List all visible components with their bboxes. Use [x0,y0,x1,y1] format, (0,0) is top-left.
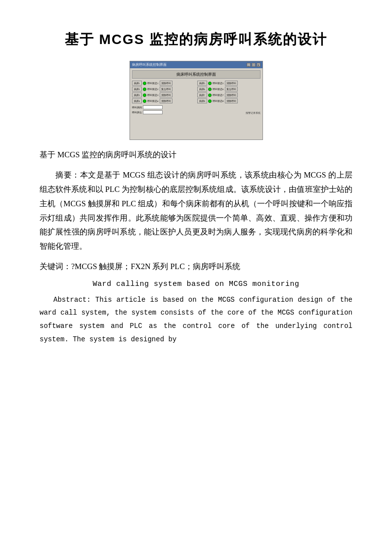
ss-input-row-1: 呼叫房间 [132,105,163,109]
ss-input-box-1 [143,105,163,109]
ss-bottom-right: 报警记录系统 [246,111,261,114]
minimize-btn: _ [247,63,251,67]
english-title: Ward calling system based on MCGS monito… [40,280,352,288]
keywords-label: 关键词： [40,262,71,271]
ss-led-2 [143,88,146,91]
ss-input-row-2: 呼叫床位 [132,110,163,114]
ss-led-1 [143,82,146,85]
ss-led-5 [208,82,212,85]
ss-label-1: 呼叫状态1 [147,82,159,85]
ss-led-4 [143,99,146,103]
ss-led-8 [208,99,212,103]
ss-led-7 [208,93,212,97]
ss-row-4: 病床4 呼叫状态4 清除呼叫 [132,98,195,103]
ss-right-btn-8: 清除呼叫 [225,98,238,103]
screenshot-bottom: 呼叫房间 呼叫床位 报警记录系统 [132,105,261,114]
ss-btn-8: 病床8 [197,98,208,103]
ss-led-3 [143,93,146,97]
ss-right-btn-6: 复位呼叫 [225,87,238,92]
page-title: 基于 MCGS 监控的病房呼叫系统的设计 [40,30,352,49]
ss-bottom-left: 呼叫房间 呼叫床位 [132,105,163,114]
ss-row-8: 病床8 呼叫状态8 清除呼叫 [197,98,261,103]
abstract-label: 摘要： [55,171,80,179]
screenshot-image: 病房呼叫系统控制界面 _ □ ✕ 病床呼叫系统控制界面 病床1 呼叫状态1 清除… [130,61,263,140]
ss-btn-6: 病床6 [197,87,208,92]
ss-right-btn-3: 清除呼叫 [160,92,173,97]
article-subtitle: 基于 MCGS 监控的病房呼叫系统的设计 [40,150,352,160]
screenshot-header-bar: 病床呼叫系统控制界面 [132,70,261,79]
ss-btn-5: 病床5 [197,81,208,86]
english-abstract-paragraph: Abstract: This article is based on the M… [40,293,352,346]
ss-btn-2: 病床2 [132,87,142,92]
abstract-paragraph: 摘要：本文是基于 MCGS 组态设计的病房呼叫系统，该系统由核心为 MCGS 的… [40,168,352,254]
ss-btn-7: 病床7 [197,92,208,97]
ss-label-7: 呼叫状态7 [213,93,224,96]
ss-btn-4: 病床4 [132,98,142,103]
close-btn: ✕ [257,63,261,67]
maximize-btn: □ [252,63,256,67]
ss-label-4: 呼叫状态4 [147,99,159,102]
english-abstract-label: Abstract: [53,296,91,304]
keywords-text: ?MCGS 触摸屏；FX2N 系列 PLC；病房呼叫系统 [71,262,240,271]
screenshot-container: 病房呼叫系统控制界面 _ □ ✕ 病床呼叫系统控制界面 病床1 呼叫状态1 清除… [40,61,352,140]
screenshot-titlebar-text: 病房呼叫系统控制界面 [132,62,167,67]
abstract-text: 本文是基于 MCGS 组态设计的病房呼叫系统，该系统由核心为 MCGS 的上层组… [40,171,352,250]
ss-label-5: 呼叫状态5 [213,82,224,85]
titlebar-controls: _ □ ✕ [247,63,261,67]
ss-row-6: 病床6 呼叫状态6 复位呼叫 [197,87,261,92]
ss-row-3: 病床3 呼叫状态3 清除呼叫 [132,92,195,97]
ss-btn-3: 病床3 [132,92,142,97]
ss-right-btn-1: 清除呼叫 [160,81,173,86]
ss-label-6: 呼叫状态6 [213,88,224,91]
ss-btn-1: 病床1 [132,81,142,86]
ss-row-5: 病床5 呼叫状态5 清除呼叫 [197,81,261,86]
ss-label-3: 呼叫状态3 [147,93,159,96]
ss-row-2: 病床2 呼叫状态2 复位呼叫 [132,87,195,92]
ss-label-2: 呼叫状态2 [147,88,159,91]
ss-input-label-1: 呼叫房间 [132,106,142,109]
ss-right-btn-2: 复位呼叫 [160,87,173,92]
ss-right-btn-4: 清除呼叫 [160,98,173,103]
ss-right-btn-7: 清除呼叫 [225,92,238,97]
ss-input-box-2 [143,110,163,114]
keywords-paragraph: 关键词：?MCGS 触摸屏；FX2N 系列 PLC；病房呼叫系统 [40,260,352,274]
ss-led-6 [208,88,212,91]
ss-right-btn-5: 清除呼叫 [225,81,238,86]
ss-row-1: 病床1 呼叫状态1 清除呼叫 [132,81,195,86]
screenshot-content: 病床呼叫系统控制界面 病床1 呼叫状态1 清除呼叫 病床2 呼叫状态2 复位呼叫 [130,68,262,139]
ss-label-8: 呼叫状态8 [213,99,224,102]
ss-input-label-2: 呼叫床位 [132,111,142,114]
screenshot-titlebar: 病房呼叫系统控制界面 _ □ ✕ [130,61,262,68]
ss-row-7: 病床7 呼叫状态7 清除呼叫 [197,92,261,97]
